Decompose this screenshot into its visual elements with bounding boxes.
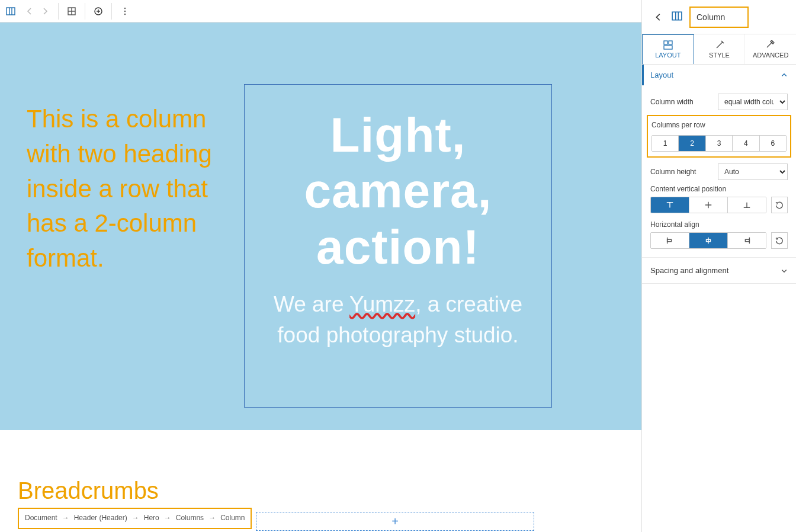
cpr-option-6[interactable]: 6 bbox=[760, 136, 786, 151]
columns-panel-icon[interactable] bbox=[2, 3, 19, 20]
cvp-middle[interactable] bbox=[689, 197, 728, 213]
ha-label: Horizontal align bbox=[650, 220, 788, 229]
breadcrumb-highlight-box: Document → Header (Header) → Hero → Colu… bbox=[18, 508, 252, 529]
breadcrumb-item[interactable]: Columns bbox=[176, 514, 204, 522]
grid-icon[interactable] bbox=[63, 3, 80, 20]
cvp-reset[interactable] bbox=[771, 197, 788, 213]
column-width-label: Column width bbox=[650, 98, 694, 106]
editor-canvas[interactable]: This is a column with two heading inside… bbox=[0, 23, 641, 532]
cpr-option-1[interactable]: 1 bbox=[652, 136, 679, 151]
ha-reset[interactable] bbox=[771, 232, 788, 249]
cpr-option-3[interactable]: 3 bbox=[706, 136, 733, 151]
inspector-sidebar: Column LAYOUT STYLE ADVANCED Layout Colu… bbox=[641, 0, 796, 532]
svg-rect-12 bbox=[672, 12, 682, 20]
cvp-label: Content vertical position bbox=[650, 185, 788, 193]
svg-rect-25 bbox=[667, 239, 672, 242]
hero-row[interactable]: This is a column with two heading inside… bbox=[0, 23, 641, 430]
chevron-right-icon: → bbox=[164, 514, 171, 522]
svg-point-11 bbox=[124, 13, 126, 14]
tab-layout[interactable]: LAYOUT bbox=[642, 34, 694, 64]
undo-icon bbox=[775, 236, 784, 245]
column-right-heading[interactable]: Light, camera, action! bbox=[264, 107, 532, 275]
chevron-up-icon bbox=[781, 72, 788, 79]
tab-advanced[interactable]: ADVANCED bbox=[745, 34, 796, 64]
ha-left[interactable] bbox=[651, 233, 689, 248]
svg-rect-15 bbox=[664, 41, 667, 44]
plus-icon: + bbox=[391, 515, 399, 528]
chevron-down-icon bbox=[781, 267, 788, 274]
chevron-right-icon: → bbox=[62, 514, 69, 522]
cpr-option-4[interactable]: 4 bbox=[733, 136, 759, 151]
svg-rect-29 bbox=[745, 239, 749, 242]
cpr-option-2[interactable]: 2 bbox=[679, 136, 705, 151]
column-right-subheading[interactable]: We are Yumzz, a creative food photograph… bbox=[264, 289, 532, 351]
section-spacing-toggle[interactable]: Spacing and alignment bbox=[642, 258, 796, 284]
cvp-segmented bbox=[650, 197, 766, 213]
add-block-placeholder[interactable]: + bbox=[256, 512, 534, 531]
svg-rect-16 bbox=[669, 41, 672, 44]
sidebar-tabs: LAYOUT STYLE ADVANCED bbox=[642, 34, 796, 65]
breadcrumbs-annotation: Breadcrumbs bbox=[18, 477, 252, 504]
chevron-right-icon: → bbox=[208, 514, 216, 522]
svg-point-10 bbox=[124, 10, 126, 11]
breadcrumb-item[interactable]: Hero bbox=[144, 514, 159, 522]
prev-icon[interactable] bbox=[21, 3, 38, 20]
section-layout-toggle[interactable]: Layout bbox=[642, 65, 796, 85]
breadcrumb-item[interactable]: Document bbox=[25, 514, 57, 522]
column-height-label: Column height bbox=[650, 168, 696, 176]
svg-rect-0 bbox=[7, 8, 15, 15]
column-left[interactable]: This is a column with two heading inside… bbox=[0, 84, 237, 276]
chevron-right-icon: → bbox=[132, 514, 139, 522]
ha-right[interactable] bbox=[728, 233, 766, 248]
cvp-top[interactable] bbox=[651, 197, 689, 213]
breadcrumb-item[interactable]: Column bbox=[220, 514, 245, 522]
svg-point-9 bbox=[124, 7, 126, 8]
column-width-select[interactable]: equal width colu… bbox=[718, 94, 788, 110]
columns-per-row-label: Columns per row bbox=[651, 121, 787, 129]
ha-center[interactable] bbox=[689, 233, 728, 248]
breadcrumb[interactable]: Document → Header (Header) → Hero → Colu… bbox=[25, 514, 245, 522]
column-right-selected[interactable]: Light, camera, action! We are Yumzz, a c… bbox=[244, 84, 552, 408]
column-height-select[interactable]: Auto bbox=[718, 164, 788, 180]
undo-icon bbox=[775, 201, 784, 209]
svg-rect-17 bbox=[664, 46, 672, 49]
columns-per-row-segmented: 1 2 3 4 6 bbox=[651, 135, 787, 152]
sidebar-header: Column bbox=[642, 0, 796, 34]
block-title: Column bbox=[689, 7, 749, 28]
ha-segmented bbox=[650, 232, 766, 249]
breadcrumb-item[interactable]: Header (Header) bbox=[74, 514, 127, 522]
add-block-icon[interactable] bbox=[90, 3, 107, 20]
back-button[interactable] bbox=[650, 9, 667, 25]
cvp-bottom[interactable] bbox=[728, 197, 766, 213]
columns-per-row-highlight: Columns per row 1 2 3 4 6 bbox=[647, 115, 791, 158]
spelling-marked-word: Yumzz bbox=[349, 292, 415, 316]
column-block-icon bbox=[672, 11, 682, 24]
next-icon[interactable] bbox=[37, 3, 53, 20]
column-left-heading[interactable]: This is a column with two heading inside… bbox=[27, 102, 237, 276]
tab-style[interactable]: STYLE bbox=[694, 34, 746, 64]
more-options-icon[interactable] bbox=[117, 3, 133, 20]
section-layout: Layout Column width equal width colu… Co… bbox=[642, 65, 796, 258]
